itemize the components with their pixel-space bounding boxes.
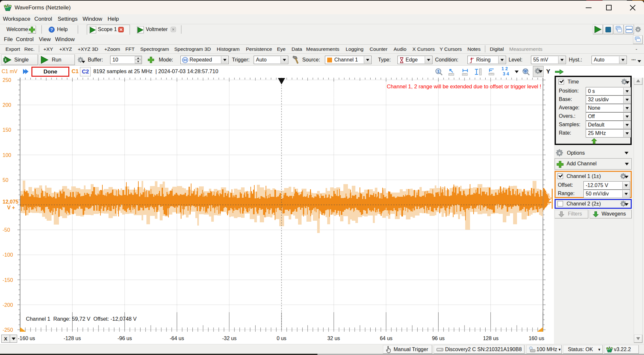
svg-text:100: 100 bbox=[3, 152, 11, 158]
svg-text:Channel 1 Range: 59,72 V Off: Channel 1 Range: 59,72 V Offset: -12,074… bbox=[26, 316, 137, 322]
svg-text:96 us: 96 us bbox=[432, 336, 444, 341]
svg-text:1: 1 bbox=[5, 58, 6, 62]
svg-text:150: 150 bbox=[3, 127, 11, 133]
svg-text:-150: -150 bbox=[3, 277, 13, 283]
svg-text:?: ? bbox=[51, 27, 53, 32]
svg-text:V +: V + bbox=[7, 205, 15, 210]
svg-text:0 us: 0 us bbox=[277, 336, 286, 341]
svg-text:32 us: 32 us bbox=[327, 336, 340, 341]
svg-text:50: 50 bbox=[3, 177, 8, 183]
svg-text:-64 us: -64 us bbox=[170, 336, 184, 341]
svg-text:-200: -200 bbox=[3, 302, 13, 308]
svg-text:-250: -250 bbox=[3, 327, 13, 333]
svg-text:64 us: 64 us bbox=[380, 336, 392, 341]
svg-text:-160 us: -160 us bbox=[18, 336, 35, 341]
svg-text:-32 us: -32 us bbox=[222, 336, 236, 341]
svg-text:200: 200 bbox=[3, 102, 11, 108]
svg-text:Channel 1, 2 range will be ext: Channel 1, 2 range will be extended due … bbox=[387, 83, 541, 89]
svg-text:250: 250 bbox=[3, 78, 11, 83]
svg-text:-128 us: -128 us bbox=[63, 336, 81, 341]
svg-text:1: 1 bbox=[437, 69, 440, 74]
svg-text:128 us: 128 us bbox=[483, 336, 499, 341]
svg-text:160 us: 160 us bbox=[529, 336, 544, 341]
svg-text:-50: -50 bbox=[3, 227, 10, 233]
svg-text:12,075: 12,075 bbox=[3, 199, 18, 205]
svg-text:-96 us: -96 us bbox=[118, 336, 132, 341]
svg-text:-100: -100 bbox=[3, 252, 13, 258]
